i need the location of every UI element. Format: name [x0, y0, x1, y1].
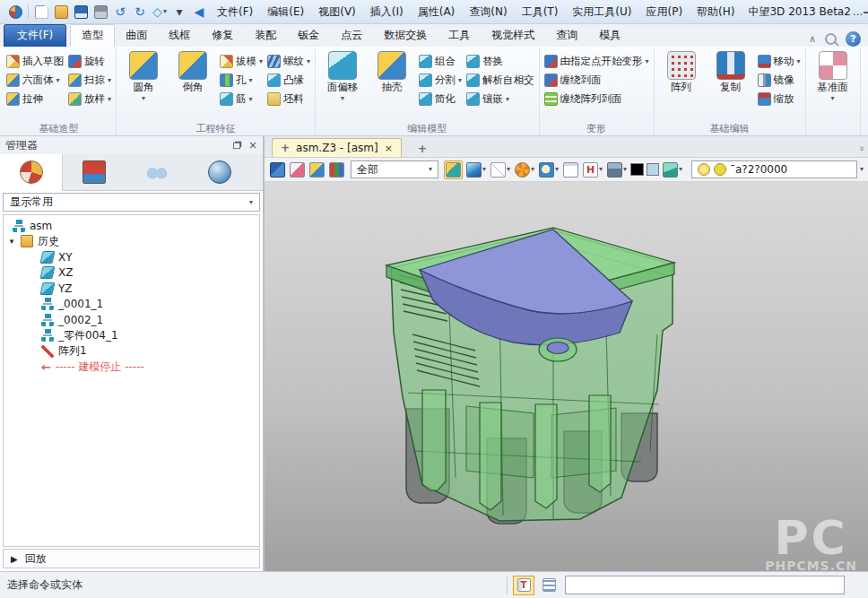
scene-background-button[interactable]: ▾: [606, 161, 628, 178]
command-list-button[interactable]: [538, 576, 560, 595]
redo-button[interactable]: ↻: [130, 2, 150, 22]
tree-item[interactable]: 阵列1: [4, 343, 259, 360]
tree-item[interactable]: _零件004_1: [4, 328, 259, 344]
viewport-3d[interactable]: PC PHPCMS.CN: [265, 182, 868, 571]
tree-item[interactable]: XY: [4, 249, 259, 265]
manager-close-button[interactable]: ×: [248, 139, 257, 152]
menu-item[interactable]: 属性(A): [411, 4, 463, 20]
ribbon-tab[interactable]: 修复: [201, 25, 244, 47]
ribbon-button-face-offset[interactable]: 面偏移▾: [320, 49, 365, 102]
color-light-blue[interactable]: [647, 163, 659, 176]
menu-item[interactable]: 查询(N): [462, 4, 514, 20]
ribbon-button-datum-plane[interactable]: 基准面▾: [811, 49, 855, 102]
zoom-window-button[interactable]: [562, 161, 579, 178]
undo-button[interactable]: ↺: [110, 2, 130, 22]
filter-combo[interactable]: 全部▾: [351, 160, 438, 178]
ribbon-tab[interactable]: 模具: [588, 25, 631, 47]
manager-tab-history-manager[interactable]: [0, 154, 63, 191]
ribbon-tab[interactable]: 曲面: [115, 25, 158, 47]
search-icon[interactable]: [825, 33, 837, 45]
menu-item[interactable]: 编辑(E): [260, 4, 311, 20]
eraser-button[interactable]: [289, 161, 306, 178]
ribbon-button-stock[interactable]: 坯料: [267, 91, 310, 107]
ribbon-button-simplify[interactable]: 简化: [419, 91, 462, 107]
color-black[interactable]: [630, 163, 643, 176]
ribbon-button-combine[interactable]: 组合: [419, 54, 462, 69]
menu-item[interactable]: 实用工具(U): [565, 4, 638, 20]
tab-file[interactable]: 文件(F): [4, 24, 66, 47]
ribbon-button-revolve[interactable]: 旋转: [68, 54, 111, 69]
align-plane-button[interactable]: [444, 160, 463, 179]
menu-item[interactable]: 视图(V): [311, 4, 363, 20]
manager-tab-visibility-manager[interactable]: [126, 154, 188, 190]
ribbon-tab[interactable]: 造型: [70, 24, 115, 48]
command-input[interactable]: [565, 576, 845, 594]
tabbar-overflow-icon[interactable]: »: [856, 145, 868, 157]
print-button[interactable]: [91, 2, 110, 22]
ribbon-tab[interactable]: 数据交换: [373, 25, 438, 47]
menu-item[interactable]: 工具(T): [515, 4, 566, 20]
pick-target-button[interactable]: [308, 161, 326, 178]
ribbon-tab[interactable]: 视觉样式: [481, 25, 545, 47]
ribbon-button-inlay[interactable]: 镶嵌▾: [466, 91, 534, 107]
layer-bar[interactable]: ¯a?2?0000: [691, 160, 857, 178]
tree-item[interactable]: ←----- 建模停止 -----: [4, 360, 259, 376]
tree-item[interactable]: ▾历史: [4, 234, 259, 250]
ribbon-button-replace[interactable]: 替换: [466, 54, 534, 69]
new-doc-button[interactable]: [31, 2, 51, 22]
ribbon-button-copy[interactable]: 复制: [708, 49, 753, 94]
shaded-display-button[interactable]: ▾: [465, 161, 487, 178]
ribbon-button-resolve-self-intersection[interactable]: 解析自相交: [466, 73, 534, 88]
open-file-button[interactable]: [51, 2, 71, 22]
view-orientation-button[interactable]: ▾: [514, 161, 535, 178]
ribbon-tab[interactable]: 工具: [438, 25, 481, 47]
menu-item[interactable]: 插入(I): [363, 4, 411, 20]
save-button[interactable]: [71, 2, 91, 22]
ribbon-button-extrude[interactable]: 拉伸: [6, 91, 64, 107]
new-tab-button[interactable]: +: [412, 141, 432, 157]
menu-item[interactable]: 帮助(H): [690, 4, 742, 20]
ribbon-button-mirror[interactable]: 镜像: [758, 73, 801, 88]
customize-toolbar-button[interactable]: ▾: [169, 2, 189, 22]
ribbon-button-insert-sketch[interactable]: 插入草图: [6, 54, 64, 69]
ribbon-tab[interactable]: 点云: [330, 25, 373, 47]
minimize-button[interactable]: [864, 4, 868, 20]
ribbon-button-box[interactable]: 六面体▾: [6, 73, 64, 88]
ribbon-tab[interactable]: 查询: [545, 25, 588, 47]
zoom-all-button[interactable]: ▾: [538, 161, 560, 178]
menu-item[interactable]: 文件(F): [210, 4, 260, 20]
ribbon-collapse-icon[interactable]: ∧: [809, 33, 816, 45]
manager-float-button[interactable]: [233, 142, 240, 148]
collapse-menu-button[interactable]: ◀: [189, 2, 209, 22]
ribbon-button-draft[interactable]: 拔模▾: [220, 54, 263, 69]
ribbon-button-flange[interactable]: 凸缘: [267, 73, 310, 88]
tree-item[interactable]: asm: [4, 218, 259, 234]
document-tab[interactable]: + asm.Z3 - [asm] ×: [272, 138, 402, 157]
tab-close-icon[interactable]: ×: [385, 143, 393, 154]
ribbon-button-hole[interactable]: 孔▾: [220, 73, 263, 88]
align-constraint-button[interactable]: H▾: [582, 161, 603, 178]
ribbon-button-thread[interactable]: 螺纹▾: [267, 54, 310, 69]
toolbar-overflow-button[interactable]: ...: [853, 4, 863, 20]
ribbon-button-pattern[interactable]: 阵列: [659, 49, 704, 94]
menu-item[interactable]: 应用(P): [638, 4, 690, 20]
ribbon-button-rib[interactable]: 筋▾: [220, 91, 263, 107]
ribbon-button-wrap-pattern-to-face[interactable]: 缠绕阵列到面: [544, 91, 649, 107]
ribbon-button-shell[interactable]: 抽壳: [369, 49, 414, 94]
tree-item[interactable]: XZ: [4, 265, 259, 282]
ribbon-button-morph-from-point[interactable]: 由指定点开始变形▾: [544, 54, 649, 69]
exit-pick-button[interactable]: [269, 161, 286, 178]
tree-item[interactable]: _0001_1: [4, 297, 259, 313]
help-icon[interactable]: ?: [846, 31, 861, 47]
regen-button[interactable]: ◇▾: [150, 2, 169, 22]
tree-filter-dropdown[interactable]: 显示常用 ▾: [3, 193, 260, 212]
ribbon-button-divide[interactable]: 分割▾: [419, 73, 462, 88]
pick-filter-button[interactable]: [328, 161, 345, 178]
ribbon-button-wrap-to-face[interactable]: 缠绕到面: [544, 73, 649, 88]
ribbon-button-scale[interactable]: 缩放: [758, 91, 801, 107]
ribbon-tab[interactable]: 钣金: [287, 25, 330, 47]
manager-tab-view-manager[interactable]: [188, 154, 251, 190]
wireframe-display-button[interactable]: ▾: [490, 161, 511, 178]
app-logo-button[interactable]: [5, 2, 25, 22]
replay-section[interactable]: ▶ 回放: [3, 549, 260, 568]
